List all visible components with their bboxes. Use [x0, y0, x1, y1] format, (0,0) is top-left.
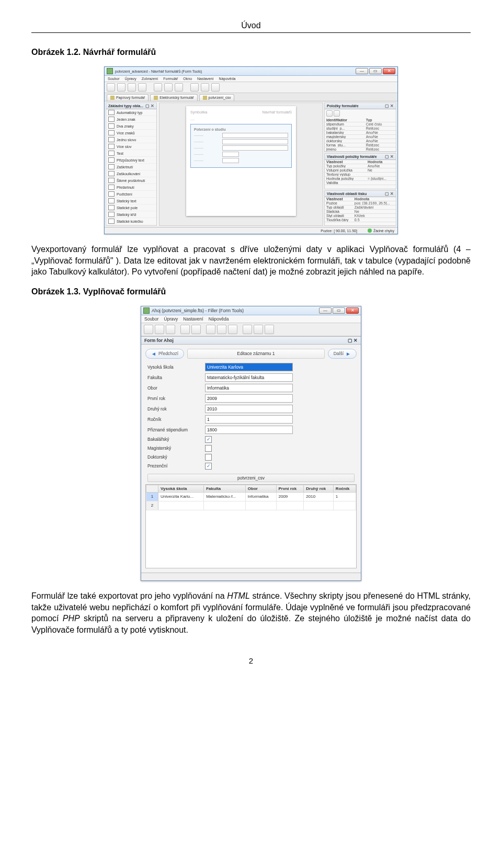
- tabbar[interactable]: Papírový formulářElektronický formulářpo…: [105, 93, 397, 101]
- toolbar-button[interactable]: [164, 83, 173, 92]
- field-type-item[interactable]: Jedno slovo: [106, 136, 156, 143]
- toolbar-button[interactable]: [243, 325, 252, 334]
- table-row[interactable]: Hodnota položky= {studijni...: [325, 177, 396, 181]
- toolbar-button[interactable]: [190, 83, 199, 92]
- menu-item[interactable]: Formulář: [163, 77, 178, 81]
- cell[interactable]: [245, 501, 276, 510]
- cell[interactable]: [276, 501, 304, 510]
- table-row[interactable]: Typ oblastiZaškrtávání: [325, 205, 396, 209]
- vlastnosti-oblasti-table[interactable]: VlastnostHodnotaPozicepos: [38.2169, 26.…: [325, 197, 396, 222]
- field-type-item[interactable]: Zaškrtnutí: [106, 164, 156, 170]
- table-row[interactable]: 2: [146, 501, 356, 510]
- table-row[interactable]: studijni_p...Řetězec: [325, 127, 396, 131]
- field-type-item[interactable]: Podtržení: [106, 191, 156, 198]
- toolbar[interactable]: [105, 82, 397, 93]
- toolbar-button[interactable]: [155, 325, 164, 334]
- toolbar-button[interactable]: [154, 83, 162, 92]
- table-row[interactable]: bakalarskyAno/Ne: [325, 131, 396, 135]
- maximize-button[interactable]: ▭: [333, 307, 345, 314]
- menu-item[interactable]: Soubor: [108, 77, 120, 81]
- checkbox[interactable]: [205, 445, 212, 452]
- prev-button[interactable]: ◄ Předchozí: [145, 349, 184, 359]
- cell[interactable]: 2009: [276, 492, 304, 501]
- text-input[interactable]: Matematicko-fyzikální fakulta: [205, 373, 293, 382]
- minimize-button[interactable]: —: [319, 307, 332, 314]
- cell[interactable]: [304, 501, 334, 510]
- col-header[interactable]: První rok: [276, 485, 304, 492]
- cell[interactable]: Matematicko-f...: [204, 492, 246, 501]
- tab[interactable]: Papírový formulář: [107, 94, 149, 101]
- col-header[interactable]: Vysoká škola: [158, 485, 204, 492]
- field-type-item[interactable]: Zaškoulkování: [106, 170, 156, 177]
- panel-close-icon[interactable]: ▢ ✕: [145, 104, 154, 108]
- field-type-item[interactable]: Statický kříž: [106, 211, 156, 218]
- menu-item[interactable]: Úpravy: [164, 316, 178, 322]
- table-row[interactable]: magisterskyAno/Ne: [325, 135, 396, 139]
- field-type-item[interactable]: Dva znaky: [106, 123, 156, 130]
- toolbar-button[interactable]: [254, 325, 263, 334]
- text-input[interactable]: 2010: [205, 405, 293, 413]
- rownum[interactable]: 2: [146, 501, 158, 510]
- toolbar-button[interactable]: [191, 325, 201, 334]
- field-type-list[interactable]: Automatický typJeden znakDva znakyVíce z…: [106, 109, 156, 225]
- toolbar-button[interactable]: [117, 83, 126, 92]
- table-row[interactable]: 1Univerzita Karlo...Matematicko-f...Info…: [146, 492, 356, 501]
- field-type-item[interactable]: Statická diagonála: [106, 225, 156, 225]
- cell[interactable]: [204, 501, 246, 510]
- cell[interactable]: Informatika: [245, 492, 276, 501]
- toolbar-button[interactable]: [166, 325, 175, 334]
- menu-item[interactable]: Okno: [183, 77, 192, 81]
- panel-close-icon[interactable]: ▢ ✕: [385, 191, 394, 196]
- rownum[interactable]: 1: [146, 492, 158, 501]
- cell[interactable]: 2010: [304, 492, 334, 501]
- table-row[interactable]: Pozicepos: [38.2169, 26.5]...: [325, 201, 396, 205]
- menu-item[interactable]: Nápověda: [219, 77, 236, 81]
- field-type-item[interactable]: Více slov: [106, 143, 156, 150]
- toolbar-button[interactable]: [228, 325, 237, 334]
- toolbar-button[interactable]: [138, 83, 146, 92]
- checkbox[interactable]: ✓: [205, 436, 212, 443]
- col-header[interactable]: Druhý rok: [304, 485, 334, 492]
- table-row[interactable]: Textový výstup: [325, 173, 396, 177]
- field-type-item[interactable]: Šikmé proškrtnutí: [106, 177, 156, 184]
- field-type-item[interactable]: Statické kolečko: [106, 218, 156, 225]
- toolbar[interactable]: [141, 323, 361, 336]
- text-input[interactable]: 1: [205, 415, 293, 424]
- panel-close-icon[interactable]: ▢ ✕: [348, 338, 358, 343]
- field-type-item[interactable]: Statické pole: [106, 204, 156, 211]
- titlebar[interactable]: potvrzeni_advanced - Návrhář formulářů (…: [105, 67, 397, 76]
- cell[interactable]: [158, 501, 204, 510]
- toolbar-button[interactable]: [128, 83, 136, 92]
- table-row[interactable]: forma_stu...Řetězec: [325, 143, 396, 147]
- toolbar-button[interactable]: [144, 325, 153, 334]
- field-type-item[interactable]: Statický text: [106, 198, 156, 204]
- toolbar-button[interactable]: [217, 325, 226, 334]
- menu-item[interactable]: Úpravy: [125, 77, 136, 81]
- panel-close-icon[interactable]: ▢ ✕: [385, 154, 394, 159]
- text-input[interactable]: 2009: [205, 394, 293, 403]
- menubar[interactable]: SouborÚpravyNastaveníNápověda: [141, 315, 361, 323]
- field-type-item[interactable]: Přizpůsobivý text: [106, 157, 156, 164]
- titlebar[interactable]: Ahoj (potvrzeni_simple.fts) - Filler (Fo…: [141, 306, 361, 315]
- tab[interactable]: Elektronický formulář: [150, 94, 197, 101]
- text-input[interactable]: Informatika: [205, 384, 293, 392]
- toolbar-button[interactable]: [107, 83, 115, 92]
- table-row[interactable]: doktorskyAno/Ne: [325, 139, 396, 143]
- table-row[interactable]: datum_na...Datum: [325, 152, 396, 153]
- canvas[interactable]: Symbolika Návrhář formulářů — Potvrzení …: [159, 102, 323, 226]
- table-row[interactable]: Tloušťka čáry0.5: [325, 218, 396, 222]
- checkbox[interactable]: [205, 454, 212, 461]
- col-header[interactable]: Fakulta: [204, 485, 246, 492]
- text-input[interactable]: 1800: [205, 426, 293, 434]
- field-type-item[interactable]: Více znaků: [106, 130, 156, 136]
- toolbar-button[interactable]: [201, 83, 209, 92]
- cell[interactable]: 1: [333, 492, 356, 501]
- tab[interactable]: potvrzeni_csv: [199, 94, 235, 101]
- toolbar-button[interactable]: [175, 83, 183, 92]
- menu-item[interactable]: Soubor: [144, 316, 158, 322]
- checkbox[interactable]: ✓: [205, 463, 212, 470]
- field-type-item[interactable]: Přeškrtnutí: [106, 184, 156, 191]
- menu-item[interactable]: Zobrazení: [142, 77, 158, 81]
- panel-close-icon[interactable]: ▢ ✕: [385, 104, 394, 108]
- table-row[interactable]: Styl oblastiKřížek: [325, 213, 396, 218]
